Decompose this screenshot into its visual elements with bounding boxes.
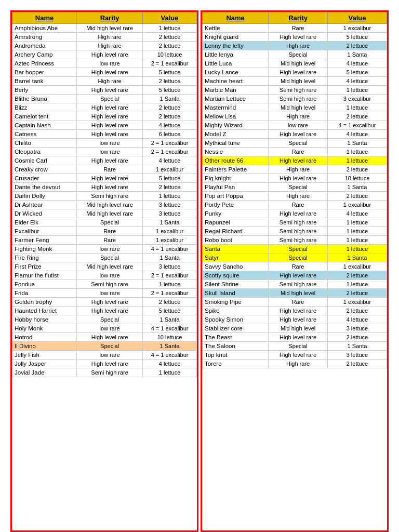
table-row: Andromeda (12, 42, 77, 50)
rarity-cell: High level rare (269, 68, 328, 77)
value-cell: 2 lettuce (327, 271, 387, 280)
table-row: Satyr (203, 254, 269, 262)
rarity-cell: High level rare (269, 174, 328, 183)
rarity-cell: Special (77, 95, 143, 103)
table-row: Aztec Princess (12, 59, 77, 68)
table-row: Lenny the lefty (203, 42, 269, 50)
table-row: Catness (12, 130, 77, 139)
table-row: Hobby horse (12, 315, 77, 324)
rarity-cell: low rare (77, 324, 143, 333)
rarity-cell: High rare (77, 33, 143, 42)
value-cell: 1 Santa (143, 254, 197, 262)
rarity-cell: Mid high level rare (77, 262, 143, 271)
left-rarity-header: Rarity (77, 12, 143, 24)
table-row: Jolly Jasper (12, 360, 77, 368)
rarity-cell: High level rare (269, 130, 328, 139)
rarity-cell: low rare (77, 139, 143, 148)
table-row: Mellow Lisa (203, 112, 269, 121)
value-cell: 10 lettuce (327, 174, 387, 183)
table-row: Savvy Sancho (203, 262, 269, 271)
rarity-cell: Mid high level (269, 289, 328, 298)
table-row: Chilito (12, 139, 77, 148)
table-row: Smoking Pipe (203, 298, 269, 307)
value-cell: 1 lettuce (327, 218, 387, 227)
table-row: Dr Ashtear (12, 201, 77, 209)
table-row: Playful Pan (203, 183, 269, 192)
rarity-cell: low rare (77, 351, 143, 360)
rarity-cell: High level rare (269, 271, 328, 280)
value-cell: 10 lettuce (143, 333, 197, 342)
rarity-cell: Rare (269, 24, 328, 33)
rarity-cell: High level rare (269, 156, 328, 165)
rarity-cell: Rare (77, 227, 143, 236)
rarity-cell: Mid high level (269, 103, 328, 112)
value-cell: 1 excalibur (327, 262, 387, 271)
table-row: Blithe Bruno (12, 95, 77, 103)
value-cell: 4 = 1 excalibur (143, 324, 197, 333)
value-cell: 5 lettuce (143, 307, 197, 315)
rarity-cell: High level rare (77, 156, 143, 165)
rarity-cell: High rare (269, 112, 328, 121)
table-row: Bar hopper (12, 68, 77, 77)
value-cell: 4 lettuce (327, 77, 387, 86)
value-cell: 1 lettuce (327, 103, 387, 112)
value-cell: 5 lettuce (143, 68, 197, 77)
rarity-cell: Semi high rare (77, 368, 143, 377)
rarity-cell: Semi high rare (77, 192, 143, 201)
table-row: Golden trophy (12, 298, 77, 307)
table-row: Mythical tune (203, 139, 269, 148)
value-cell: 1 Santa (327, 139, 387, 148)
table-row: Elder Elk (12, 218, 77, 227)
value-cell: 2 lettuce (143, 103, 197, 112)
table-row: Captain Nash (12, 121, 77, 130)
value-cell: 10 lettuce (143, 50, 197, 59)
table-row: Model Z (203, 130, 269, 139)
table-row: Mastermind (203, 103, 269, 112)
rarity-cell: High level rare (269, 33, 328, 42)
page: Name Rarity Value Amphibious AbeMid high… (5, 5, 394, 532)
table-row: Pig knight (203, 174, 269, 183)
rarity-cell: Special (269, 254, 328, 262)
value-cell: 1 lettuce (143, 280, 197, 289)
rarity-cell: Special (269, 139, 328, 148)
table-row: Excalibur (12, 227, 77, 236)
table-row: Holy Monk (12, 324, 77, 333)
table-row: Top knut (203, 351, 269, 360)
rarity-cell: High rare (269, 360, 328, 368)
value-cell: 4 lettuce (327, 315, 387, 324)
rarity-cell: Semi high rare (269, 218, 328, 227)
table-row: Flamur the flutist (12, 271, 77, 280)
rarity-cell: low rare (269, 121, 328, 130)
rarity-cell: Mid high level (269, 324, 328, 333)
table-row: First Prize (12, 262, 77, 271)
value-cell: 2 lettuce (327, 307, 387, 315)
rarity-cell: High level rare (77, 50, 143, 59)
rarity-cell: High level rare (269, 307, 328, 315)
value-cell: 3 lettuce (327, 324, 387, 333)
rarity-cell: High level rare (77, 298, 143, 307)
value-cell: 2 lettuce (143, 77, 197, 86)
table-row: Marble Man (203, 86, 269, 95)
table-row: Amphibious Abe (12, 24, 77, 33)
value-cell: 1 lettuce (143, 368, 197, 377)
value-cell: 2 = 1 excalibur (143, 289, 197, 298)
value-cell: 3 excalibur (327, 95, 387, 103)
rarity-cell: Mid high level rare (77, 201, 143, 209)
value-cell: 2 lettuce (143, 33, 197, 42)
rarity-cell: Semi high rare (269, 227, 328, 236)
rarity-cell: High rare (269, 42, 328, 50)
table-row: Cosmic Carl (12, 156, 77, 165)
table-row: Dr Wicked (12, 209, 77, 218)
rarity-cell: Special (77, 254, 143, 262)
value-cell: 4 = 1 excalibur (143, 351, 197, 360)
value-cell: 2 lettuce (327, 289, 387, 298)
value-cell: 3 lettuce (327, 351, 387, 360)
table-row: Barrel tank (12, 77, 77, 86)
value-cell: 1 Santa (143, 218, 197, 227)
rarity-cell: Semi high rare (77, 280, 143, 289)
rarity-cell: low rare (77, 148, 143, 156)
table-row: Regal Richard (203, 227, 269, 236)
right-value-header: Value (327, 12, 387, 24)
table-row: Dante the devout (12, 183, 77, 192)
value-cell: 1 lettuce (327, 280, 387, 289)
